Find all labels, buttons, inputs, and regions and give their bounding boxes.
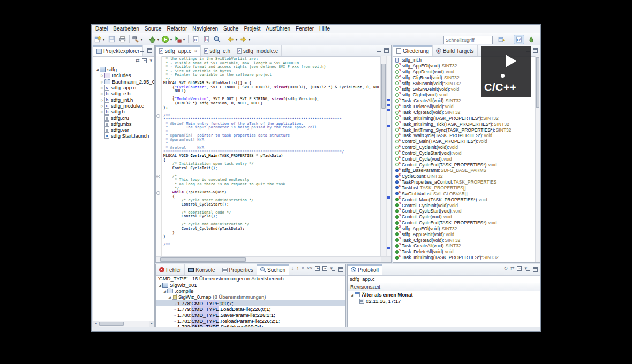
scroll-left-icon[interactable]: ◂ — [93, 321, 99, 327]
outline-item[interactable]: Control_CycleStart(void): void — [393, 150, 536, 156]
tree-item[interactable]: sdfg.ver — [93, 127, 154, 133]
expand-arrow-icon[interactable]: ▷ — [100, 98, 104, 102]
dropdown-arrow-icon[interactable]: ▾ — [182, 37, 186, 41]
outline-item[interactable]: Control_CycleEnd(TASK_PROPERTIES*): void — [393, 162, 536, 168]
occurrence-marker[interactable] — [387, 109, 390, 111]
outline-item[interactable]: Control_CycleEnd(TASK_PROPERTIES*): void — [393, 220, 536, 226]
search-match-row[interactable]: →1.779: CMD_TYPE.LoadDataFile;226;0;1; — [156, 306, 345, 312]
back-button[interactable]: ▾ — [226, 34, 239, 44]
explorer-horizontal-scrollbar[interactable]: ◂ ▸ — [93, 321, 154, 327]
history-entry-row[interactable]: 02.11.16, 17:17 — [348, 298, 540, 305]
editor-horizontal-scrollbar[interactable] — [156, 256, 381, 262]
run-button[interactable]: ▾ — [161, 34, 174, 44]
collapse-all-icon[interactable]: − — [142, 58, 147, 63]
fold-collapse-icon[interactable]: − — [156, 114, 160, 118]
debug-perspective-button[interactable] — [526, 35, 537, 44]
dropdown-arrow-icon[interactable]: ▾ — [102, 37, 106, 41]
save-button[interactable] — [106, 34, 117, 44]
tree-item[interactable]: sdfg.mbs — [93, 121, 154, 127]
expand-arrow-icon[interactable]: ▷ — [100, 80, 104, 84]
menu-item[interactable]: Projekt — [241, 26, 263, 32]
outline-item[interactable]: Control_CycleInit(void): void — [393, 202, 536, 208]
expand-arrow-icon[interactable]: ◢ — [167, 295, 172, 299]
tab-properties[interactable]: Properties — [219, 264, 258, 275]
scroll-right-icon[interactable]: ▸ — [149, 321, 154, 327]
editor-tab-sdfg-e-h[interactable]: sdfg_e.h — [201, 46, 234, 56]
link-with-editor-icon[interactable]: ⇄ — [510, 266, 515, 271]
fold-collapse-icon[interactable]: − — [156, 191, 160, 195]
tree-item[interactable]: sdfg.cru — [93, 115, 154, 120]
tree-item[interactable]: ▷Bachmann_2.95_Configu — [93, 79, 154, 85]
expand-arrow-icon[interactable]: ◢ — [162, 289, 167, 293]
maximize-icon[interactable] — [384, 48, 389, 53]
search-tree-item[interactable]: ◢SigWiz_0.map (8 Übereinstimmungen) — [156, 294, 345, 300]
refresh-icon[interactable]: ↻ — [503, 266, 508, 271]
cpp-perspective-button[interactable]: C+ — [514, 35, 524, 44]
outline-item[interactable]: Control_Cycle(void): void — [393, 214, 536, 220]
search-tree-item[interactable]: ◢SigWiz_001 — [156, 282, 345, 288]
filter-icon[interactable]: ≡ — [517, 266, 522, 271]
tree-item[interactable]: ◢sdfg — [93, 66, 154, 72]
outline-item[interactable]: Task_DeleteAll(void): void — [393, 249, 536, 255]
outline-item[interactable]: Task_InitTiming(TASK_PROPERTIES*): SINT3… — [393, 255, 536, 261]
tab-history[interactable]: Protokoll — [348, 264, 382, 275]
tree-item[interactable]: ▷sdfg_app.c — [93, 85, 154, 90]
expand-arrow-icon[interactable]: ◢ — [350, 293, 355, 297]
outline-item[interactable]: TaskList: TASK_PROPERTIES[] — [393, 185, 536, 191]
dropdown-arrow-icon[interactable]: ▾ — [140, 37, 144, 41]
expand-arrow-icon[interactable]: ◢ — [95, 67, 100, 71]
menu-item[interactable]: Suche — [221, 26, 241, 32]
revision-time-column-header[interactable]: Revisionszeit — [348, 283, 540, 291]
scrollbar-thumb[interactable] — [160, 257, 246, 262]
expand-arrow-icon[interactable]: ▷ — [100, 92, 104, 95]
new-wizard-button[interactable]: ▾ — [93, 34, 106, 44]
outline-item[interactable]: sdfg_AppDeinit(void): void — [393, 231, 536, 237]
outline-item[interactable]: SviGlobVarList: SVI_GLOBVAR[] — [393, 191, 536, 196]
print-button[interactable] — [117, 34, 127, 44]
remove-all-matches-icon[interactable]: ×× — [307, 266, 313, 271]
expand-arrow-icon[interactable]: ◢ — [157, 283, 162, 287]
tab-problems[interactable]: Fehler — [156, 264, 185, 275]
search-match-row[interactable]: →1.781: CMD_TYPE.ReloadParamFile;226;2;1… — [156, 318, 345, 324]
dropdown-arrow-icon[interactable]: ▾ — [169, 37, 173, 41]
view-menu-icon[interactable]: ▾ — [149, 58, 152, 63]
menu-item[interactable]: Navigieren — [190, 26, 221, 32]
scrollbar-thumb[interactable] — [536, 57, 539, 108]
editor-tab-sdfg-app-c[interactable]: sdfg_app.c × — [156, 46, 201, 56]
minimize-icon[interactable] — [331, 267, 336, 272]
expand-arrow-icon[interactable]: ▷ — [100, 104, 104, 108]
maximize-icon[interactable] — [533, 267, 538, 272]
occurrence-marker[interactable] — [387, 125, 390, 127]
editor-vertical-scrollbar[interactable] — [380, 56, 386, 257]
search-match-row[interactable]: →1.778: CMD_TYPE;0;0;7; — [156, 300, 345, 306]
maximize-icon[interactable] — [338, 267, 343, 272]
maximize-icon[interactable] — [533, 48, 538, 53]
minimize-icon[interactable] — [525, 267, 530, 272]
outline-vertical-scrollbar[interactable] — [535, 56, 540, 262]
occurrence-marker[interactable] — [387, 104, 390, 106]
menu-item[interactable]: Hilfe — [317, 26, 333, 32]
quick-access-input[interactable] — [443, 36, 493, 44]
remove-match-icon[interactable]: × — [302, 266, 304, 271]
occurrence-marker[interactable] — [387, 247, 390, 249]
new-header-file-button[interactable]: h — [201, 34, 212, 44]
outline-item[interactable]: Task_CreateAll(void): SINT32 — [393, 98, 536, 104]
dropdown-arrow-icon[interactable]: ▾ — [156, 37, 160, 41]
tab-console[interactable]: Konsole — [185, 264, 219, 275]
scrollbar-thumb[interactable] — [99, 322, 124, 326]
outline-item[interactable]: Control_CycleInit(void): void — [393, 145, 536, 150]
outline-item[interactable]: sdfg_AppEOl(void): SINT32 — [393, 225, 536, 231]
maximize-icon[interactable] — [147, 48, 152, 53]
search-tree-item[interactable]: ◢.compile — [156, 288, 345, 294]
expand-arrow-icon[interactable]: ▷ — [100, 73, 104, 77]
scrollbar-thumb[interactable] — [381, 64, 386, 109]
tab-project-explorer[interactable]: Projektexplorer — [93, 46, 143, 56]
tree-item[interactable]: ▷sdfg_e.h — [93, 90, 154, 96]
external-tools-button[interactable]: ▾ — [174, 34, 186, 44]
open-perspective-button[interactable] — [496, 35, 507, 44]
menu-item[interactable]: Datei — [93, 26, 110, 32]
outline-item[interactable]: Task_CfgRead(void): SINT32 — [393, 237, 536, 243]
collapse-all-icon[interactable]: − — [322, 266, 327, 271]
occurrence-marker[interactable] — [387, 99, 390, 101]
occurrence-marker[interactable] — [387, 196, 390, 199]
